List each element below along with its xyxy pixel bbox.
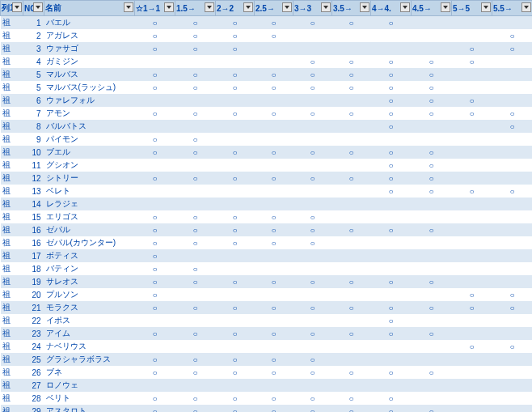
cell-mark (492, 392, 533, 405)
cell-mark: ○ (135, 405, 175, 412)
header-11[interactable]: 5→5 (452, 1, 492, 16)
cell-no: 29 (23, 405, 44, 412)
cell-mark: ○ (332, 68, 371, 81)
cell-mark (452, 210, 492, 223)
cell-name: ロノウェ (44, 379, 135, 392)
filter-dropdown-icon[interactable] (243, 2, 253, 12)
cell-mark (255, 379, 293, 392)
cell-mark: ○ (175, 366, 216, 379)
table-row: 祖20プルソン○○○ (1, 288, 533, 301)
filter-dropdown-icon[interactable] (321, 2, 331, 12)
cell-mark (492, 262, 533, 275)
header-6[interactable]: 2.5→ (255, 1, 293, 16)
table-row: 祖5マルバス○○○○○○○○ (1, 68, 533, 81)
filter-dropdown-icon[interactable] (164, 2, 174, 12)
cell-mark (332, 159, 371, 172)
filter-dropdown-icon[interactable] (521, 2, 531, 12)
cell-category: 祖 (1, 223, 23, 236)
header-7[interactable]: 3→3 (293, 1, 332, 16)
cell-mark: ○ (452, 107, 492, 120)
cell-mark: ○ (255, 146, 293, 159)
filter-dropdown-icon[interactable] (481, 2, 491, 12)
cell-name: ベレト (44, 185, 135, 198)
cell-mark: ○ (216, 146, 255, 159)
cell-mark: ○ (371, 146, 412, 159)
table-row: 祖5マルバス(ラッシュ)○○○○○○○○ (1, 81, 533, 94)
cell-mark: ○ (255, 366, 293, 379)
cell-mark: ○ (255, 353, 293, 366)
cell-mark: ○ (255, 107, 293, 120)
cell-mark: ○ (293, 55, 332, 68)
table-row: 祖29アスタロト○○○○○○○○ (1, 405, 533, 412)
cell-mark (492, 275, 533, 288)
cell-no: 4 (23, 55, 44, 68)
cell-mark: ○ (293, 172, 332, 185)
cell-mark (452, 120, 492, 133)
cell-category: 祖 (1, 172, 23, 185)
cell-mark (412, 236, 452, 249)
cell-mark: ○ (293, 223, 332, 236)
header-5[interactable]: 2→2 (216, 1, 255, 16)
header-12[interactable]: 5.5→ (492, 1, 533, 16)
filter-dropdown-icon[interactable] (124, 2, 133, 12)
cell-mark: ○ (371, 159, 412, 172)
cell-no: 21 (23, 301, 44, 314)
cell-mark (452, 353, 492, 366)
cell-mark (492, 379, 533, 392)
cell-mark (135, 198, 175, 210)
filter-dropdown-icon[interactable] (282, 2, 292, 12)
cell-mark (452, 159, 492, 172)
cell-mark (135, 159, 175, 172)
cell-mark (492, 327, 533, 340)
cell-mark (412, 210, 452, 223)
cell-mark: ○ (255, 210, 293, 223)
cell-name: ナベリウス (44, 340, 135, 353)
cell-mark (452, 392, 492, 405)
filter-dropdown-icon[interactable] (205, 2, 214, 12)
cell-no: 16 (23, 223, 44, 236)
cell-mark: ○ (216, 81, 255, 94)
cell-mark (492, 236, 533, 249)
filter-dropdown-icon[interactable] (33, 2, 43, 12)
header-2[interactable]: 名前 (44, 1, 135, 16)
cell-category: 祖 (1, 185, 23, 198)
cell-mark: ○ (175, 405, 216, 412)
cell-no: 27 (23, 379, 44, 392)
cell-mark: ○ (293, 353, 332, 366)
filter-dropdown-icon[interactable] (360, 2, 369, 12)
cell-name: アイム (44, 327, 135, 340)
cell-mark (255, 198, 293, 210)
header-1[interactable]: NO (23, 1, 44, 16)
cell-mark (293, 288, 332, 301)
cell-mark (332, 262, 371, 275)
header-3[interactable]: ☆1→1 (135, 1, 175, 16)
cell-mark (332, 379, 371, 392)
header-8[interactable]: 3.5→ (332, 1, 371, 16)
cell-no: 22 (23, 314, 44, 327)
header-0[interactable]: 列1 (1, 1, 23, 16)
cell-mark (452, 29, 492, 42)
filter-dropdown-icon[interactable] (12, 2, 22, 12)
cell-mark (452, 16, 492, 30)
cell-mark (492, 405, 533, 412)
header-9[interactable]: 4→4. (371, 1, 412, 16)
cell-mark: ○ (412, 275, 452, 288)
header-4[interactable]: 1.5→ (175, 1, 216, 16)
cell-mark (371, 262, 412, 275)
cell-mark: ○ (332, 301, 371, 314)
cell-mark (332, 314, 371, 327)
filter-dropdown-icon[interactable] (441, 2, 450, 12)
cell-mark (332, 340, 371, 353)
cell-mark (293, 379, 332, 392)
cell-mark: ○ (135, 16, 175, 30)
cell-mark (293, 29, 332, 42)
cell-mark: ○ (175, 42, 216, 55)
cell-mark (255, 340, 293, 353)
cell-mark (492, 159, 533, 172)
filter-dropdown-icon[interactable] (400, 2, 410, 12)
data-table: 列1NO名前☆1→11.5→2→22.5→3→33.5→4→4.4.5→5→55… (0, 0, 532, 412)
header-10[interactable]: 4.5→ (412, 1, 452, 16)
cell-mark: ○ (255, 68, 293, 81)
cell-no: 18 (23, 262, 44, 275)
cell-mark: ○ (452, 185, 492, 198)
